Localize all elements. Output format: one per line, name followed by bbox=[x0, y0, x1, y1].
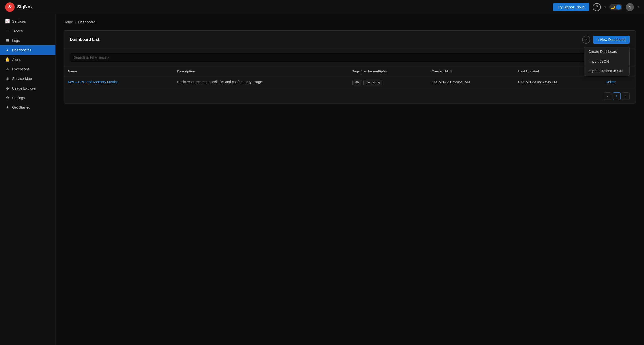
help-button[interactable]: ? bbox=[593, 3, 601, 11]
sidebar-label-services: Services bbox=[12, 19, 26, 23]
sidebar-item-get-started[interactable]: ✦ Get Started bbox=[0, 103, 55, 112]
sidebar-label-settings: Settings bbox=[12, 96, 25, 100]
sidebar-label-dashboards: Dashboards bbox=[12, 48, 31, 52]
dashboard-list-title: Dashboard List bbox=[70, 37, 99, 42]
services-icon: 📈 bbox=[5, 19, 10, 24]
tag-k8s[interactable]: k8s bbox=[352, 80, 362, 85]
sidebar-item-alerts[interactable]: 🔔 Alerts bbox=[0, 55, 55, 64]
delete-action[interactable]: Delete bbox=[606, 80, 616, 84]
search-input[interactable] bbox=[70, 53, 630, 62]
theme-toggle[interactable]: 🌙 bbox=[609, 4, 622, 10]
create-dashboard-item[interactable]: Create Dashboard bbox=[584, 47, 629, 56]
topnav-right: Try Signoz Cloud ? ▾ 🌙 N ▾ bbox=[553, 3, 639, 11]
moon-icon: 🌙 bbox=[611, 5, 615, 9]
sidebar-item-traces[interactable]: ☰ Traces bbox=[0, 26, 55, 36]
sidebar-label-service-map: Service Map bbox=[12, 77, 32, 81]
app-name: SigNoz bbox=[17, 4, 33, 10]
sidebar-item-usage-explorer[interactable]: ⚙ Usage Explorer bbox=[0, 83, 55, 93]
breadcrumb-home[interactable]: Home bbox=[64, 20, 73, 24]
main-content: Home / Dashboard Dashboard List ? + New … bbox=[56, 14, 644, 345]
service-map-icon: ◎ bbox=[5, 76, 10, 81]
sidebar-item-dashboards[interactable]: ● Dashboards bbox=[0, 45, 55, 55]
col-description: Description bbox=[173, 66, 348, 76]
user-chevron-icon[interactable]: ▾ bbox=[637, 5, 639, 9]
settings-icon: ⚙ bbox=[5, 96, 10, 100]
dashboard-list-card: Dashboard List ? + New Dashboard Create … bbox=[64, 30, 636, 104]
get-started-icon: ✦ bbox=[5, 105, 10, 110]
dashboard-card-header: Dashboard List ? + New Dashboard Create … bbox=[64, 31, 636, 49]
sidebar-item-service-map[interactable]: ◎ Service Map bbox=[0, 74, 55, 83]
sort-icon: ⇅ bbox=[450, 70, 452, 73]
logo-icon: 👁 bbox=[5, 2, 15, 12]
dashboard-help-button[interactable]: ? bbox=[582, 36, 590, 44]
sidebar-label-exceptions: Exceptions bbox=[12, 67, 29, 71]
last-updated-value: 07/07/2023 05:33:35 PM bbox=[518, 80, 557, 84]
topnav: 👁 SigNoz Try Signoz Cloud ? ▾ 🌙 N ▾ bbox=[0, 0, 644, 14]
usage-explorer-icon: ⚙ bbox=[5, 86, 10, 91]
tag-monitoring[interactable]: monitoring bbox=[363, 80, 382, 85]
sidebar-label-alerts: Alerts bbox=[12, 58, 21, 62]
sidebar: 📈 Services ☰ Traces ☰ Logs ● Dashboards … bbox=[0, 14, 56, 345]
help-chevron-icon[interactable]: ▾ bbox=[604, 5, 606, 9]
created-at-value: 07/07/2023 07:20:27 AM bbox=[431, 80, 470, 84]
user-avatar[interactable]: N bbox=[626, 3, 634, 11]
traces-icon: ☰ bbox=[5, 29, 10, 33]
theme-dot bbox=[616, 5, 621, 10]
alerts-icon: 🔔 bbox=[5, 57, 10, 62]
dashboard-description: Basic resource requests/limits and cpu/m… bbox=[177, 80, 263, 84]
new-dashboard-dropdown: Create Dashboard Import JSON Import Graf… bbox=[584, 47, 630, 76]
col-name: Name bbox=[64, 66, 173, 76]
sidebar-label-get-started: Get Started bbox=[12, 105, 30, 109]
breadcrumb: Home / Dashboard bbox=[64, 20, 636, 24]
exceptions-icon: ⚠ bbox=[5, 67, 10, 71]
sidebar-label-logs: Logs bbox=[12, 39, 20, 43]
import-json-item[interactable]: Import JSON bbox=[584, 56, 629, 66]
logo-area: 👁 SigNoz bbox=[5, 2, 33, 12]
prev-page-button[interactable]: ‹ bbox=[604, 92, 611, 100]
layout: 📈 Services ☰ Traces ☰ Logs ● Dashboards … bbox=[0, 14, 644, 345]
breadcrumb-current: Dashboard bbox=[78, 20, 95, 24]
new-dashboard-button[interactable]: + New Dashboard bbox=[593, 36, 630, 44]
table-row: K8s – CPU and Memory Metrics Basic resou… bbox=[64, 76, 636, 89]
sidebar-label-traces: Traces bbox=[12, 29, 23, 33]
sidebar-item-logs[interactable]: ☰ Logs bbox=[0, 36, 55, 45]
sidebar-item-exceptions[interactable]: ⚠ Exceptions bbox=[0, 64, 55, 74]
next-page-button[interactable]: › bbox=[622, 92, 630, 100]
sidebar-item-settings[interactable]: ⚙ Settings bbox=[0, 93, 55, 103]
import-grafana-json-item[interactable]: Import Grafana JSON bbox=[584, 66, 629, 76]
col-created-at[interactable]: Created At ⇅ bbox=[427, 66, 514, 76]
search-bar-wrap bbox=[64, 49, 636, 66]
col-tags: Tags (can be multiple) bbox=[348, 66, 428, 76]
breadcrumb-separator: / bbox=[75, 20, 76, 24]
logs-icon: ☰ bbox=[5, 38, 10, 43]
header-actions: ? + New Dashboard Create Dashboard Impor… bbox=[582, 36, 630, 44]
sidebar-item-services[interactable]: 📈 Services bbox=[0, 17, 55, 26]
pagination: ‹ 1 › bbox=[64, 89, 636, 103]
current-page-button[interactable]: 1 bbox=[613, 92, 621, 100]
dashboard-table: Name Description Tags (can be multiple) … bbox=[64, 66, 636, 89]
sidebar-label-usage-explorer: Usage Explorer bbox=[12, 86, 37, 90]
dashboard-name-link[interactable]: K8s – CPU and Memory Metrics bbox=[68, 80, 118, 84]
try-cloud-button[interactable]: Try Signoz Cloud bbox=[553, 3, 589, 11]
dashboards-icon: ● bbox=[5, 48, 10, 52]
